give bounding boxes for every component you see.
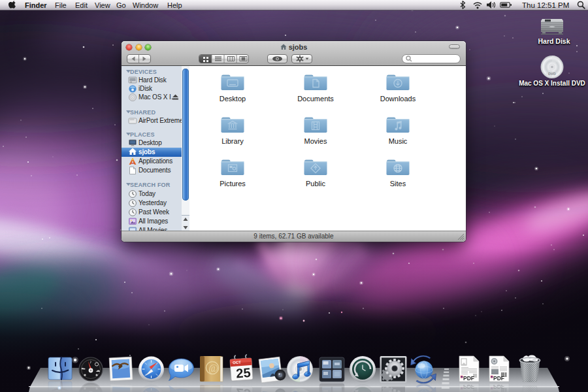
svg-text:DVD: DVD <box>548 72 556 76</box>
